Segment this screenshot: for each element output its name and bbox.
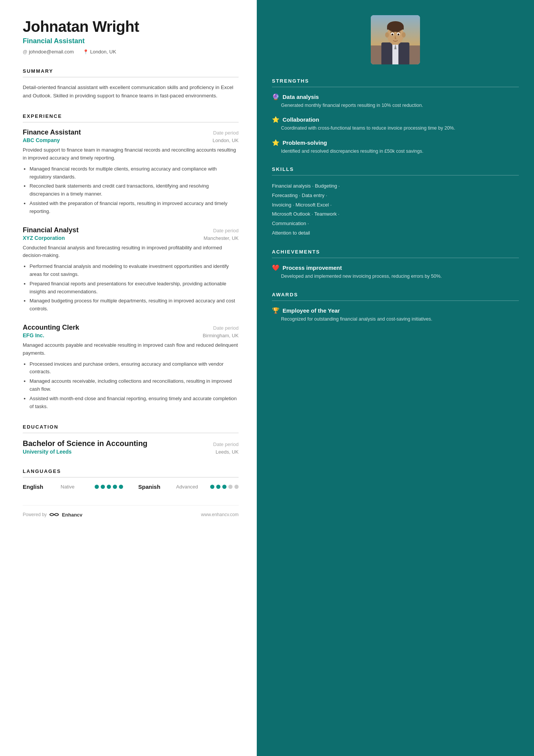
process-improvement-icon: ❤️ xyxy=(272,264,279,271)
enhancv-logo-icon xyxy=(49,512,59,518)
job-3-date: Date period xyxy=(213,325,239,331)
job-3-bullets: Processed invoices and purchase orders, … xyxy=(23,360,239,411)
skills-title: SKILLS xyxy=(272,166,519,175)
svg-point-13 xyxy=(392,34,393,36)
resume-container: Johnatan Wright Financial Assistant @ jo… xyxy=(0,0,534,756)
photo-placeholder-svg xyxy=(371,15,420,64)
job-1-bullet-2: Reconciled bank statements and credit ca… xyxy=(30,182,239,198)
job-2-title: Financial Analyst xyxy=(23,226,78,234)
location-contact: 📍 London, UK xyxy=(83,49,116,55)
email-text: johndoe@email.com xyxy=(29,49,74,55)
job-2-bullet-2: Prepared financial reports and presentat… xyxy=(30,280,239,296)
strength-1-desc: Generated monthly financial reports resu… xyxy=(272,102,519,109)
experience-title: EXPERIENCE xyxy=(23,113,239,122)
location-text: London, UK xyxy=(90,49,116,55)
location-icon: 📍 xyxy=(83,49,89,55)
strengths-title: STRENGTHS xyxy=(272,78,519,87)
job-2-location: Manchester, UK xyxy=(204,235,239,241)
strength-3-header: ⭐ Problem-solving xyxy=(272,139,519,146)
photo-area xyxy=(272,0,519,64)
language-2-name: Spanish xyxy=(138,484,169,490)
header-section: Johnatan Wright Financial Assistant @ jo… xyxy=(23,18,239,55)
job-3-company: EFG Inc. xyxy=(23,332,44,338)
job-1-date: Date period xyxy=(213,130,239,136)
languages-section: LANGUAGES English Native Spanish Advance… xyxy=(23,468,239,490)
job-2-desc: Conducted financial analysis and forecas… xyxy=(23,244,239,260)
job-3-company-row: EFG Inc. Birmingham, UK xyxy=(23,332,239,338)
job-2-company: XYZ Corporation xyxy=(23,235,65,241)
email-icon: @ xyxy=(23,49,27,55)
job-2-bullet-1: Performed financial analysis and modelin… xyxy=(30,263,239,279)
job-2-bullet-3: Managed budgeting process for multiple d… xyxy=(30,297,239,313)
skills-line-5: Communication · xyxy=(272,219,519,229)
strength-3-desc: Identified and resolved discrepancies re… xyxy=(272,148,519,155)
data-analysis-icon: 🔮 xyxy=(272,93,279,100)
strength-1-header: 🔮 Data analysis xyxy=(272,93,519,100)
award-1: 🏆 Employee of the Year Recognized for ou… xyxy=(272,307,519,323)
job-1-location: London, UK xyxy=(212,138,239,143)
awards-section: AWARDS 🏆 Employee of the Year Recognized… xyxy=(272,292,519,323)
skills-section: SKILLS Financial analysis · Budgeting · … xyxy=(272,166,519,238)
achievements-section: ACHIEVEMENTS ❤️ Process improvement Deve… xyxy=(272,249,519,280)
strength-2-title: Collaboration xyxy=(283,116,319,123)
summary-section: SUMMARY Detail-oriented financial assist… xyxy=(23,68,239,100)
footer-url: www.enhancv.com xyxy=(201,512,239,517)
job-3-desc: Managed accounts payable and receivable … xyxy=(23,341,239,357)
contact-row: @ johndoe@email.com 📍 London, UK xyxy=(23,49,239,55)
edu-1-location: Leeds, UK xyxy=(215,449,239,455)
achievement-1-header: ❤️ Process improvement xyxy=(272,264,519,271)
strength-1-title: Data analysis xyxy=(283,94,319,100)
left-column: Johnatan Wright Financial Assistant @ jo… xyxy=(0,0,257,756)
job-2-header: Financial Analyst Date period xyxy=(23,226,239,234)
job-3-header: Accounting Clerk Date period xyxy=(23,324,239,332)
strength-3: ⭐ Problem-solving Identified and resolve… xyxy=(272,139,519,155)
job-3-title: Accounting Clerk xyxy=(23,324,79,332)
job-1-bullet-3: Assisted with the preparation of financi… xyxy=(30,200,239,216)
edu-1-header: Bachelor of Science in Accounting Date p… xyxy=(23,439,239,448)
lang1-dot-5 xyxy=(119,485,123,489)
candidate-photo xyxy=(371,15,420,64)
achievement-1-desc: Developed and implemented new invoicing … xyxy=(272,273,519,280)
strength-3-title: Problem-solving xyxy=(283,139,327,146)
job-2-company-row: XYZ Corporation Manchester, UK xyxy=(23,235,239,241)
job-3-bullet-3: Assisted with month-end close and financ… xyxy=(30,395,239,411)
skills-line-6: Attention to detail xyxy=(272,229,519,238)
footer-bar: Powered by Enhancv www.enhancv.com xyxy=(23,505,239,518)
problem-solving-icon: ⭐ xyxy=(272,139,279,146)
award-1-title: Employee of the Year xyxy=(283,307,340,314)
skills-line-2: Forecasting · Data entry · xyxy=(272,191,519,200)
strength-2-desc: Coordinated with cross-functional teams … xyxy=(272,125,519,132)
edu-1-school-row: University of Leeds Leeds, UK xyxy=(23,448,239,455)
awards-title: AWARDS xyxy=(272,292,519,301)
education-section: EDUCATION Bachelor of Science in Account… xyxy=(23,424,239,455)
language-1-dots xyxy=(95,485,123,489)
lang2-dot-2 xyxy=(216,485,220,489)
right-column: STRENGTHS 🔮 Data analysis Generated mont… xyxy=(257,0,534,756)
language-1-row: English Native Spanish Advanced xyxy=(23,484,239,490)
email-contact: @ johndoe@email.com xyxy=(23,49,74,55)
job-3-bullet-1: Processed invoices and purchase orders, … xyxy=(30,360,239,376)
job-1-bullet-1: Managed financial records for multiple c… xyxy=(30,165,239,181)
achievement-1: ❤️ Process improvement Developed and imp… xyxy=(272,264,519,280)
enhancv-logo-text: Enhancv xyxy=(62,512,82,518)
candidate-title: Financial Assistant xyxy=(23,37,239,45)
svg-point-14 xyxy=(398,34,400,36)
job-2: Financial Analyst Date period XYZ Corpor… xyxy=(23,226,239,313)
lang2-dot-4 xyxy=(228,485,233,489)
achievement-1-title: Process improvement xyxy=(283,265,342,271)
education-title: EDUCATION xyxy=(23,424,239,433)
lang1-dot-1 xyxy=(95,485,99,489)
summary-title: SUMMARY xyxy=(23,68,239,77)
job-1-header: Finance Assistant Date period xyxy=(23,128,239,136)
job-1-bullets: Managed financial records for multiple c… xyxy=(23,165,239,216)
svg-rect-8 xyxy=(387,27,404,30)
lang1-dot-2 xyxy=(101,485,105,489)
job-2-bullets: Performed financial analysis and modelin… xyxy=(23,263,239,313)
svg-point-10 xyxy=(402,32,406,38)
languages-title: LANGUAGES xyxy=(23,468,239,477)
strength-2: ⭐ Collaboration Coordinated with cross-f… xyxy=(272,116,519,132)
strength-1: 🔮 Data analysis Generated monthly financ… xyxy=(272,93,519,109)
job-3-bullet-2: Managed accounts receivable, including c… xyxy=(30,377,239,393)
candidate-name: Johnatan Wright xyxy=(23,18,239,35)
lang1-dot-4 xyxy=(113,485,117,489)
